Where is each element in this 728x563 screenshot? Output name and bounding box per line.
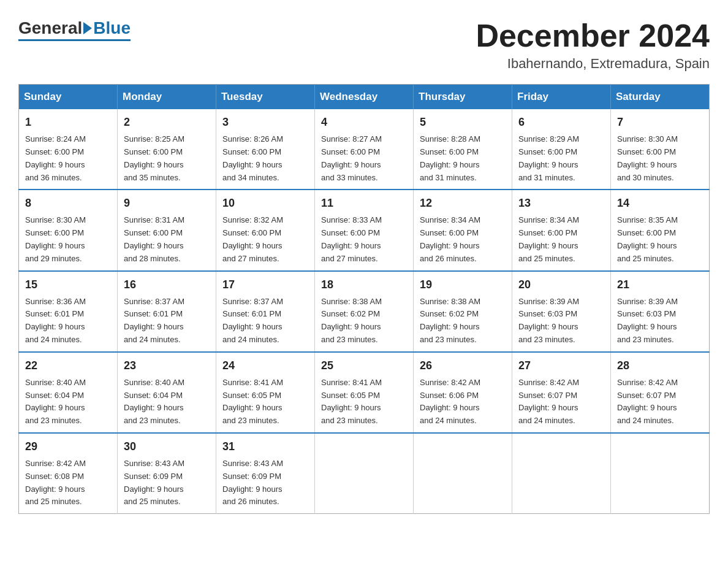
day-number: 12: [420, 195, 506, 212]
day-number: 1: [25, 114, 111, 131]
day-number: 31: [222, 439, 308, 455]
day-info: Sunrise: 8:29 AMSunset: 6:00 PMDaylight:…: [518, 134, 579, 182]
day-info: Sunrise: 8:34 AMSunset: 6:00 PMDaylight:…: [518, 215, 579, 262]
calendar-cell: 17Sunrise: 8:37 AMSunset: 6:01 PMDayligh…: [216, 271, 315, 352]
calendar-cell: 11Sunrise: 8:33 AMSunset: 6:00 PMDayligh…: [315, 190, 414, 270]
weekday-header-tuesday: Tuesday: [216, 85, 315, 110]
day-info: Sunrise: 8:35 AMSunset: 6:00 PMDaylight:…: [617, 215, 678, 262]
location-title: Ibahernando, Extremadura, Spain: [476, 56, 710, 72]
logo-general-text: General: [18, 18, 82, 38]
calendar-cell: 4Sunrise: 8:27 AMSunset: 6:00 PMDaylight…: [315, 109, 414, 190]
day-info: Sunrise: 8:28 AMSunset: 6:00 PMDaylight:…: [420, 134, 480, 182]
day-number: 16: [124, 277, 210, 293]
calendar-week-row: 29Sunrise: 8:42 AMSunset: 6:08 PMDayligh…: [19, 433, 710, 514]
calendar-table: SundayMondayTuesdayWednesdayThursdayFrid…: [18, 84, 710, 514]
day-info: Sunrise: 8:42 AMSunset: 6:06 PMDaylight:…: [420, 378, 480, 425]
day-info: Sunrise: 8:31 AMSunset: 6:00 PMDaylight:…: [124, 215, 184, 262]
calendar-header-row: SundayMondayTuesdayWednesdayThursdayFrid…: [19, 85, 710, 110]
weekday-header-monday: Monday: [118, 85, 216, 110]
day-number: 24: [222, 358, 308, 374]
day-info: Sunrise: 8:41 AMSunset: 6:05 PMDaylight:…: [321, 378, 382, 425]
calendar-cell: 30Sunrise: 8:43 AMSunset: 6:09 PMDayligh…: [118, 433, 216, 514]
calendar-cell: 25Sunrise: 8:41 AMSunset: 6:05 PMDayligh…: [315, 352, 414, 433]
calendar-cell: 19Sunrise: 8:38 AMSunset: 6:02 PMDayligh…: [414, 271, 512, 352]
day-number: 2: [124, 114, 210, 131]
day-number: 28: [617, 358, 703, 374]
day-info: Sunrise: 8:42 AMSunset: 6:07 PMDaylight:…: [617, 378, 678, 425]
day-info: Sunrise: 8:33 AMSunset: 6:00 PMDaylight:…: [321, 215, 382, 262]
calendar-cell: [512, 433, 611, 514]
title-block: December 2024 Ibahernando, Extremadura, …: [476, 18, 710, 72]
calendar-cell: 13Sunrise: 8:34 AMSunset: 6:00 PMDayligh…: [512, 190, 611, 270]
calendar-cell: 5Sunrise: 8:28 AMSunset: 6:00 PMDaylight…: [414, 109, 512, 190]
calendar-cell: 18Sunrise: 8:38 AMSunset: 6:02 PMDayligh…: [315, 271, 414, 352]
day-info: Sunrise: 8:40 AMSunset: 6:04 PMDaylight:…: [124, 378, 184, 425]
calendar-cell: [414, 433, 512, 514]
calendar-cell: 2Sunrise: 8:25 AMSunset: 6:00 PMDaylight…: [118, 109, 216, 190]
day-info: Sunrise: 8:37 AMSunset: 6:01 PMDaylight:…: [124, 297, 184, 344]
calendar-cell: 22Sunrise: 8:40 AMSunset: 6:04 PMDayligh…: [19, 352, 118, 433]
day-info: Sunrise: 8:40 AMSunset: 6:04 PMDaylight:…: [25, 378, 86, 425]
day-number: 10: [222, 195, 308, 212]
calendar-cell: 6Sunrise: 8:29 AMSunset: 6:00 PMDaylight…: [512, 109, 611, 190]
logo: General Blue: [18, 18, 131, 41]
calendar-cell: 26Sunrise: 8:42 AMSunset: 6:06 PMDayligh…: [414, 352, 512, 433]
day-info: Sunrise: 8:26 AMSunset: 6:00 PMDaylight:…: [222, 134, 283, 182]
calendar-week-row: 22Sunrise: 8:40 AMSunset: 6:04 PMDayligh…: [19, 352, 710, 433]
calendar-cell: 1Sunrise: 8:24 AMSunset: 6:00 PMDaylight…: [19, 109, 118, 190]
calendar-week-row: 1Sunrise: 8:24 AMSunset: 6:00 PMDaylight…: [19, 109, 710, 190]
day-info: Sunrise: 8:43 AMSunset: 6:09 PMDaylight:…: [222, 459, 283, 506]
calendar-cell: 28Sunrise: 8:42 AMSunset: 6:07 PMDayligh…: [611, 352, 710, 433]
calendar-cell: [315, 433, 414, 514]
day-number: 25: [321, 358, 407, 374]
calendar-cell: 8Sunrise: 8:30 AMSunset: 6:00 PMDaylight…: [19, 190, 118, 270]
day-number: 18: [321, 277, 407, 293]
day-number: 11: [321, 195, 407, 212]
day-info: Sunrise: 8:24 AMSunset: 6:00 PMDaylight:…: [25, 134, 86, 182]
day-info: Sunrise: 8:42 AMSunset: 6:08 PMDaylight:…: [25, 459, 86, 506]
calendar-cell: 29Sunrise: 8:42 AMSunset: 6:08 PMDayligh…: [19, 433, 118, 514]
day-info: Sunrise: 8:38 AMSunset: 6:02 PMDaylight:…: [420, 297, 480, 344]
weekday-header-wednesday: Wednesday: [315, 85, 414, 110]
day-number: 30: [124, 439, 210, 455]
calendar-week-row: 8Sunrise: 8:30 AMSunset: 6:00 PMDaylight…: [19, 190, 710, 270]
day-info: Sunrise: 8:30 AMSunset: 6:00 PMDaylight:…: [25, 215, 86, 262]
day-number: 21: [617, 277, 703, 293]
calendar-cell: 23Sunrise: 8:40 AMSunset: 6:04 PMDayligh…: [118, 352, 216, 433]
day-info: Sunrise: 8:34 AMSunset: 6:00 PMDaylight:…: [420, 215, 480, 262]
month-title: December 2024: [476, 18, 710, 53]
day-number: 7: [617, 114, 703, 131]
day-number: 17: [222, 277, 308, 293]
day-number: 4: [321, 114, 407, 131]
day-number: 13: [518, 195, 604, 212]
day-number: 20: [518, 277, 604, 293]
calendar-cell: 16Sunrise: 8:37 AMSunset: 6:01 PMDayligh…: [118, 271, 216, 352]
calendar-cell: 3Sunrise: 8:26 AMSunset: 6:00 PMDaylight…: [216, 109, 315, 190]
day-info: Sunrise: 8:43 AMSunset: 6:09 PMDaylight:…: [124, 459, 184, 506]
day-info: Sunrise: 8:30 AMSunset: 6:00 PMDaylight:…: [617, 134, 678, 182]
calendar-cell: 14Sunrise: 8:35 AMSunset: 6:00 PMDayligh…: [611, 190, 710, 270]
day-number: 19: [420, 277, 506, 293]
day-info: Sunrise: 8:37 AMSunset: 6:01 PMDaylight:…: [222, 297, 283, 344]
day-number: 8: [25, 195, 111, 212]
day-number: 9: [124, 195, 210, 212]
day-number: 22: [25, 358, 111, 374]
day-number: 6: [518, 114, 604, 131]
logo-blue-text: Blue: [93, 18, 131, 38]
day-number: 27: [518, 358, 604, 374]
day-info: Sunrise: 8:27 AMSunset: 6:00 PMDaylight:…: [321, 134, 382, 182]
calendar-week-row: 15Sunrise: 8:36 AMSunset: 6:01 PMDayligh…: [19, 271, 710, 352]
calendar-cell: 15Sunrise: 8:36 AMSunset: 6:01 PMDayligh…: [19, 271, 118, 352]
day-info: Sunrise: 8:39 AMSunset: 6:03 PMDaylight:…: [617, 297, 678, 344]
weekday-header-thursday: Thursday: [414, 85, 512, 110]
day-info: Sunrise: 8:36 AMSunset: 6:01 PMDaylight:…: [25, 297, 86, 344]
day-number: 26: [420, 358, 506, 374]
day-number: 5: [420, 114, 506, 131]
calendar-cell: 24Sunrise: 8:41 AMSunset: 6:05 PMDayligh…: [216, 352, 315, 433]
calendar-cell: 21Sunrise: 8:39 AMSunset: 6:03 PMDayligh…: [611, 271, 710, 352]
calendar-cell: 31Sunrise: 8:43 AMSunset: 6:09 PMDayligh…: [216, 433, 315, 514]
page-header: General Blue December 2024 Ibahernando, …: [18, 18, 710, 72]
calendar-cell: 9Sunrise: 8:31 AMSunset: 6:00 PMDaylight…: [118, 190, 216, 270]
day-info: Sunrise: 8:38 AMSunset: 6:02 PMDaylight:…: [321, 297, 382, 344]
weekday-header-saturday: Saturday: [611, 85, 710, 110]
